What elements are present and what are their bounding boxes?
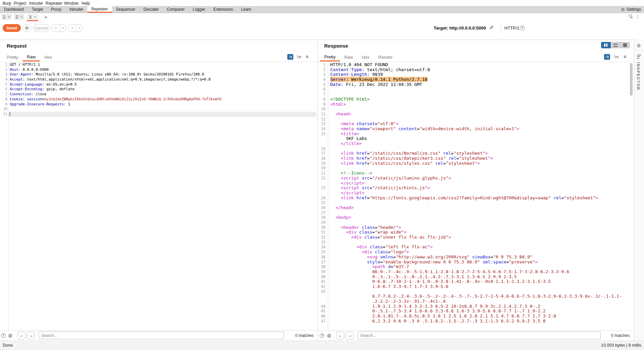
tab-extensions[interactable]: Extensions [209, 6, 237, 13]
tab-repeater[interactable]: Repeater [87, 6, 112, 13]
tab-sequencer[interactable]: Sequencer [112, 6, 140, 13]
code-line: 12 [318, 117, 630, 122]
tab-learn[interactable]: Learn [237, 6, 255, 13]
forward-dropdown-icon[interactable]: ▼ [77, 24, 83, 32]
response-tab-raw[interactable]: Raw [340, 53, 357, 61]
settings-button[interactable]: ⚙Settings [621, 6, 644, 13]
repeater-tab-2[interactable]: 2× [14, 14, 24, 20]
request-tab-pretty[interactable]: Pretty [2, 53, 22, 61]
code-line: 17 <link href="/static/css/Normalize.css… [318, 151, 630, 156]
menu-item-project[interactable]: Project [14, 1, 26, 6]
menu-item-burp[interactable]: Burp [3, 1, 11, 6]
back-arrow-icon[interactable]: < [52, 24, 60, 32]
code-line: 7 [318, 92, 630, 97]
history-forward-button[interactable]: > ▼ [68, 24, 83, 32]
code-line: 13 <meta charset="utf-8"> [318, 121, 630, 127]
code-line: 8<!DOCTYPE html> [318, 97, 630, 102]
send-button[interactable]: Send [3, 24, 21, 32]
search-help-icon[interactable]: ? [320, 333, 325, 338]
edit-target-icon[interactable]: ✎ [489, 25, 494, 31]
code-line: SKF Labs [318, 136, 630, 141]
code-line: 45 0-.5.1-.7.5-3.4 1.6-6.6 3.3-9.6 1.6-3… [318, 309, 630, 314]
search-icon[interactable] [629, 14, 633, 18]
code-line: 6.7-7.6.2-.2.4-.3.6-.5-.2-.2-.4-.3-.7-.5… [318, 294, 630, 299]
menu-item-help[interactable]: Help [82, 1, 90, 6]
tab-intruder[interactable]: Intruder [65, 6, 87, 13]
request-view-tabs: PrettyRawHex [2, 53, 56, 61]
tab-proxy[interactable]: Proxy [47, 6, 65, 13]
code-line: 30 <header class="header"> [318, 225, 630, 230]
inspector-collapse-icon[interactable] [637, 55, 641, 60]
request-search-matches: 0 matches [295, 333, 314, 338]
code-line: 8Cookie: session=eyJsb2dnZWRpbiI6bnVsbCw… [0, 97, 317, 102]
response-editor-menu-icon[interactable]: ≡ [624, 54, 626, 59]
request-tab-hex[interactable]: Hex [40, 53, 56, 61]
http-version-label: HTTP/1 [504, 26, 519, 31]
kebab-menu-icon[interactable]: ⋮ [636, 14, 640, 19]
inspector-gear-icon[interactable]: ⚙ [637, 43, 641, 48]
close-icon[interactable]: × [8, 15, 10, 19]
repeater-tab-3[interactable]: 3× [27, 14, 38, 20]
response-gutter-divider [328, 62, 328, 330]
main-tab-bar: DashboardTargetProxyIntruderRepeaterSequ… [0, 6, 644, 13]
response-newline-icon[interactable]: \n [614, 55, 618, 59]
repeater-tab-bar: + ⋮ 1×2×3× [0, 13, 644, 21]
code-line: 7Connection: close [0, 92, 317, 97]
close-icon[interactable]: × [20, 15, 22, 19]
code-line: 25 [318, 200, 630, 205]
code-line: 26 </head> [318, 205, 630, 210]
http-version-help-icon[interactable]: ? [520, 26, 525, 31]
response-scrollbar-thumb[interactable] [630, 63, 633, 96]
search-prev-button[interactable]: ← [17, 332, 26, 339]
close-icon[interactable]: × [34, 15, 36, 19]
menu-item-intruder[interactable]: Intruder [29, 1, 43, 6]
repeater-toolbar: Send ⚙ Cancel < ▼ > ▼ Target: http://0.0… [0, 21, 644, 40]
response-tab-hex[interactable]: Hex [357, 53, 374, 61]
search-prev-button[interactable]: ← [336, 332, 344, 339]
request-tabs-divider [0, 62, 317, 62]
menu-item-repeater[interactable]: Repeater [46, 1, 62, 6]
send-options-button[interactable]: ⚙ [22, 24, 31, 32]
add-tab-button[interactable]: + [44, 14, 47, 20]
layout-columns-button[interactable] [601, 42, 611, 48]
response-view-tabs: PrettyRawHexRender [320, 53, 397, 61]
search-next-button[interactable]: → [27, 332, 35, 339]
layout-single-button[interactable] [620, 42, 630, 48]
tab-comparer[interactable]: Comparer [163, 6, 189, 13]
search-help-icon[interactable]: ? [1, 333, 6, 338]
request-newline-icon[interactable]: \n [297, 55, 301, 59]
code-line: 46 2.8-1.81.7-.4.8.5c.8.5 1.6 1 2.5 1.6 … [318, 314, 630, 319]
forward-arrow-icon[interactable]: > [68, 24, 77, 32]
tab-target[interactable]: Target [28, 6, 47, 13]
request-editor-menu-icon[interactable]: ≡ [306, 54, 308, 59]
request-tab-raw[interactable]: Raw [22, 53, 40, 61]
tab-decoder[interactable]: Decoder [140, 6, 163, 13]
response-tab-render[interactable]: Render [374, 53, 397, 61]
response-editor[interactable]: 1HTTP/1.0 404 NOT FOUND2Content-Type: te… [318, 62, 630, 323]
request-wrap-icon[interactable]: ⇉ [287, 54, 293, 60]
response-search-input[interactable] [357, 332, 601, 339]
repeater-tab-1[interactable]: 1× [1, 14, 11, 20]
code-line: 14 <meta name="viewport" content="width=… [318, 127, 630, 132]
toolbar-divider [501, 23, 501, 33]
search-settings-icon[interactable]: ⚙ [8, 333, 12, 339]
code-line: 11 <head> [318, 112, 630, 117]
layout-rows-button[interactable] [611, 42, 621, 48]
search-next-button[interactable]: → [346, 332, 354, 339]
request-search-input[interactable] [39, 332, 284, 339]
response-wrap-icon[interactable]: ⇉ [604, 54, 610, 60]
code-line: 22 <script src="/static/js/lumino.glyphs… [318, 176, 630, 181]
tab-logger[interactable]: Logger [189, 6, 209, 13]
menu-item-window[interactable]: Window [64, 1, 79, 6]
code-line: 2Host: 0.0.0.0:5000 [0, 67, 317, 72]
search-settings-icon[interactable]: ⚙ [327, 333, 331, 339]
tab-dashboard[interactable]: Dashboard [0, 6, 28, 13]
response-tab-pretty[interactable]: Pretty [320, 53, 340, 61]
code-line: </title> [318, 141, 630, 146]
panel-divider[interactable] [317, 40, 318, 341]
back-dropdown-icon[interactable]: ▼ [60, 24, 66, 32]
history-back-button[interactable]: < ▼ [52, 24, 66, 32]
cancel-button[interactable]: Cancel [33, 24, 50, 32]
target-url: Target: http://0.0.0.0:5000 [434, 24, 486, 32]
request-editor[interactable]: 1GET / HTTP/1.12Host: 0.0.0.0:50003User-… [0, 62, 317, 117]
